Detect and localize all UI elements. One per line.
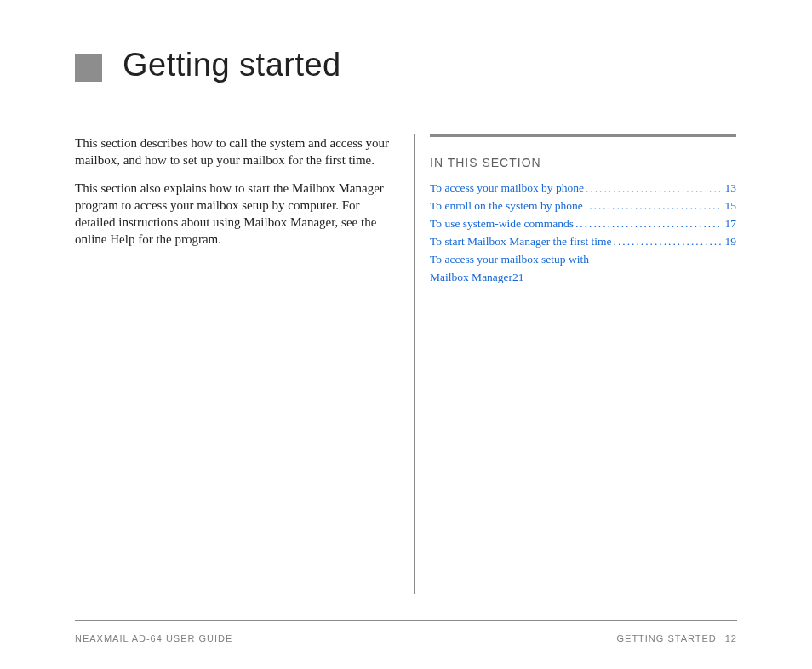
toc-item[interactable]: To enroll on the system by phone 15: [430, 197, 736, 215]
toc-item-label: To start Mailbox Manager the first time: [430, 233, 612, 251]
footer-section-label: GETTING STARTED: [616, 633, 716, 643]
document-page: Getting started This section describes h…: [0, 0, 812, 669]
toc-item-page: 21: [512, 269, 524, 287]
toc-item-label-line1: To access your mailbox setup with: [430, 251, 736, 269]
intro-paragraph-1: This section describes how to call the s…: [75, 134, 390, 169]
toc-leader: [614, 233, 723, 245]
toc-item-page: 19: [725, 233, 737, 251]
intro-column: This section describes how to call the s…: [75, 134, 414, 594]
footer-left-label: NEAXMAIL AD-64 USER GUIDE: [75, 633, 232, 643]
toc-item-label-line2: Mailbox Manager: [430, 269, 512, 287]
section-label: IN THIS SECTION: [430, 156, 736, 169]
toc-item-page: 17: [725, 215, 737, 233]
toc-item-page: 15: [725, 197, 737, 215]
toc-item[interactable]: To access your mailbox by phone 13: [430, 180, 736, 197]
toc-item[interactable]: To start Mailbox Manager the first time …: [430, 233, 736, 251]
toc-column: IN THIS SECTION To access your mailbox b…: [430, 134, 736, 594]
vertical-divider: [414, 134, 415, 594]
toc-item-label: To access your mailbox by phone: [430, 180, 584, 197]
toc-leader: [586, 180, 723, 192]
footer-rule: [75, 620, 737, 621]
toc-item[interactable]: To use system-wide commands 17: [430, 215, 736, 233]
toc-item-label: To use system-wide commands: [430, 215, 574, 233]
toc-leader: [585, 197, 723, 209]
page-title: Getting started: [123, 47, 341, 83]
heading-row: Getting started: [75, 47, 737, 83]
toc-item[interactable]: To access your mailbox setup with Mailbo…: [430, 251, 736, 287]
toc-list: To access your mailbox by phone 13 To en…: [430, 180, 736, 287]
heading-bullet-square: [75, 54, 102, 82]
footer-page-number: 12: [725, 633, 737, 643]
toc-item-page: 13: [725, 180, 737, 197]
intro-paragraph-2: This section also explains how to start …: [75, 180, 390, 249]
toc-leader: [575, 215, 723, 227]
content-columns: This section describes how to call the s…: [75, 134, 737, 594]
toc-item-label: To enroll on the system by phone: [430, 197, 583, 215]
page-footer: NEAXMAIL AD-64 USER GUIDE GETTING STARTE…: [75, 633, 737, 643]
